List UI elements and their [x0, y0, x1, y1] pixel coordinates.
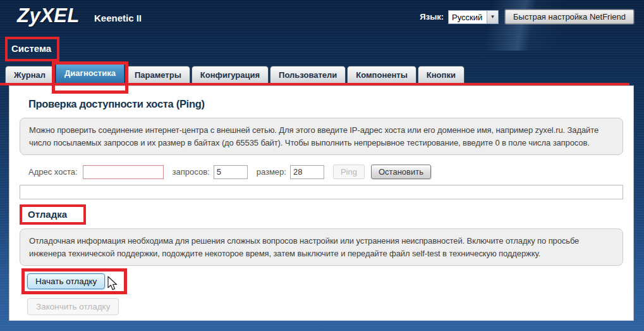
start-debug-button[interactable]: Начать отладку — [27, 273, 105, 289]
debug-description: Отладочная информация необходима для реш… — [20, 228, 623, 266]
debug-section-title: Отладка — [28, 209, 67, 220]
tab-users[interactable]: Пользователи — [270, 66, 346, 83]
chevron-down-icon[interactable]: ▼ — [487, 11, 498, 23]
main-content-panel: Проверка доступности хоста (Ping) Можно … — [9, 85, 634, 321]
zyxel-logo: ZyXEL — [17, 4, 80, 27]
language-select[interactable]: Русский ▼ — [448, 10, 499, 24]
annotation-rect-debug-title: Отладка — [20, 204, 86, 225]
tab-diagnostics[interactable]: Диагностика — [56, 62, 125, 83]
tab-journal[interactable]: Журнал — [5, 66, 54, 83]
tab-diagnostics-label: Диагностика — [64, 68, 116, 78]
language-label: Язык: — [420, 12, 444, 22]
section-menu-system[interactable]: Система — [11, 43, 51, 54]
tab-buttons[interactable]: Кнопки — [418, 66, 465, 83]
ping-output — [20, 185, 623, 199]
requests-label: запросов: — [173, 167, 210, 177]
tab-configuration[interactable]: Конфигурация — [191, 66, 269, 83]
device-model: Keenetic II — [94, 13, 142, 23]
ping-section-title: Проверка доступности хоста (Ping) — [28, 98, 623, 110]
host-address-input[interactable] — [83, 165, 164, 179]
netfriend-setup-button[interactable]: Быстрая настройка NetFriend — [505, 9, 634, 24]
size-input[interactable] — [290, 165, 324, 179]
host-address-label: Адрес хоста: — [28, 167, 78, 177]
header-controls: Язык: Русский ▼ Быстрая настройка NetFri… — [420, 9, 634, 24]
annotation-rect-start-debug: Начать отладку — [21, 268, 127, 294]
language-select-value: Русский — [449, 11, 487, 23]
finish-debug-button: Закончить отладку — [27, 298, 119, 315]
size-label: размер: — [257, 167, 286, 177]
router-admin-page: ZyXEL Keenetic II Язык: Русский ▼ Быстра… — [0, 0, 644, 331]
ping-button: Ping — [333, 165, 365, 179]
tab-components[interactable]: Компоненты — [347, 66, 416, 83]
tab-parameters[interactable]: Параметры — [126, 66, 190, 83]
ping-description: Можно проверить соединение интернет-цент… — [20, 118, 623, 155]
tab-bar: Журнал Диагностика Параметры Конфигураци… — [5, 62, 466, 83]
header-light-streak — [328, 0, 644, 51]
mouse-cursor-icon — [106, 276, 119, 292]
stop-ping-button[interactable]: Остановить — [371, 165, 431, 179]
annotation-rect-system: Система — [5, 37, 59, 61]
requests-input[interactable] — [214, 165, 248, 179]
annotation-underline — [0, 83, 629, 85]
ping-form: Адрес хоста: запросов: размер: Ping Оста… — [28, 165, 623, 179]
